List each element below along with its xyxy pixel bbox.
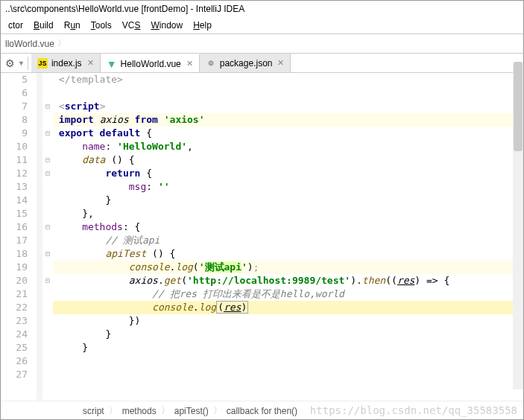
menu-build[interactable]: Build: [29, 19, 58, 32]
js-icon: JS: [37, 58, 48, 69]
scrollbar-thumb[interactable]: [514, 62, 523, 151]
vue-icon: ▼: [107, 59, 117, 69]
nav-crumb-file[interactable]: lloWorld.vue: [5, 39, 54, 49]
crumb-script[interactable]: script: [83, 406, 104, 416]
tab-helloworld-vue[interactable]: ▼ HelloWorld.vue ✕: [101, 54, 200, 72]
menu-help[interactable]: Help: [189, 19, 216, 32]
chevron-right-icon: 〉: [213, 404, 222, 417]
close-icon[interactable]: ✕: [277, 58, 284, 68]
chevron-right-icon: 〉: [57, 37, 66, 50]
nav-breadcrumb: lloWorld.vue 〉: [1, 34, 523, 54]
tab-label: index.js: [51, 58, 82, 69]
chevron-right-icon: 〉: [161, 404, 170, 417]
tab-label: package.json: [220, 58, 273, 69]
divider: [28, 57, 28, 70]
menu-window[interactable]: Window: [146, 19, 187, 32]
tabs: JS index.js ✕ ▼ HelloWorld.vue ✕ ⚙ packa…: [31, 54, 291, 72]
crumb-apitest[interactable]: apiTest(): [174, 406, 209, 416]
line-number-gutter: 5678910111213141516171819202122232425262…: [1, 73, 37, 401]
close-icon[interactable]: ✕: [87, 58, 94, 68]
menu-bar: ctor Build Run Tools VCS Window Help: [1, 17, 523, 34]
code-editor[interactable]: 5678910111213141516171819202122232425262…: [1, 73, 523, 401]
editor-tab-bar: ⚙ ▼ JS index.js ✕ ▼ HelloWorld.vue ✕ ⚙ p…: [1, 54, 523, 73]
tab-label: HelloWorld.vue: [121, 59, 181, 69]
menu-refactor[interactable]: ctor: [4, 19, 28, 32]
dropdown-arrow-icon[interactable]: ▼: [18, 60, 25, 67]
close-icon[interactable]: ✕: [186, 59, 193, 69]
menu-run[interactable]: Run: [60, 19, 85, 32]
crumb-methods[interactable]: methods: [122, 406, 157, 416]
vertical-scrollbar[interactable]: [513, 62, 523, 389]
tab-package-json[interactable]: ⚙ package.json ✕: [200, 54, 291, 72]
menu-tools[interactable]: Tools: [86, 19, 116, 32]
fold-gutter[interactable]: ⊟⊟⊟⊟⊟⊟⊟: [42, 73, 53, 401]
chevron-right-icon: 〉: [109, 404, 118, 417]
change-markers: [37, 73, 42, 401]
gear-icon[interactable]: ⚙: [5, 57, 15, 69]
menu-vcs[interactable]: VCS: [118, 19, 145, 32]
tab-index-js[interactable]: JS index.js ✕: [31, 54, 101, 72]
json-icon: ⚙: [206, 58, 216, 69]
code-area[interactable]: </template> <script> import axios from '…: [53, 73, 523, 401]
window-title: ..\src\components\HelloWorld.vue [frontD…: [1, 1, 523, 17]
watermark: https://blog.csdn.net/qq_35583558: [310, 404, 517, 416]
crumb-callback[interactable]: callback for then(): [227, 406, 297, 416]
